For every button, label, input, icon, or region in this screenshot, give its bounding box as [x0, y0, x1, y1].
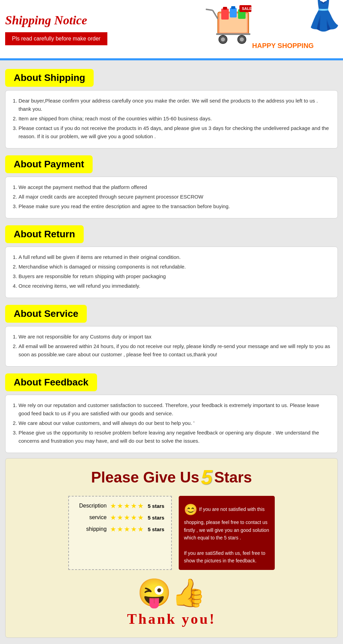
list-item: All major credit cards are accepted thro… — [19, 193, 331, 201]
thank-you-text: Thank you! — [12, 611, 331, 627]
title-suffix: Stars — [214, 469, 252, 486]
list-item: Please contact us if you do not receive … — [19, 124, 331, 141]
svg-point-13 — [221, 37, 225, 41]
shipping-title: About Shipping — [14, 72, 85, 83]
shopping-cart-icon: SALE — [202, 2, 257, 50]
list-item: All email will be answered within 24 hou… — [19, 342, 331, 359]
list-item: Dear buyer,Please confirm your address c… — [19, 97, 331, 113]
return-header: About Return — [5, 225, 84, 243]
service-box: We are not responsible for any Customs d… — [5, 326, 338, 367]
return-list: A full refund will be given if items are… — [19, 253, 331, 290]
rating-label-shipping: shipping — [76, 526, 107, 532]
five-number: 5 — [201, 465, 212, 489]
feedback-header: About Feedback — [5, 373, 97, 391]
rating-label-service: service — [76, 514, 107, 521]
page-content: About Shipping Dear buyer,Please confirm… — [0, 60, 343, 641]
stars-shipping: ★★★★★ — [110, 525, 144, 533]
svg-point-15 — [240, 37, 244, 41]
svg-rect-11 — [216, 33, 250, 35]
stars-rating-area: Description ★★★★★ 5 stars service ★★★★★ … — [12, 496, 331, 570]
svg-rect-5 — [231, 6, 235, 9]
list-item: We are not responsible for any Customs d… — [19, 333, 331, 341]
svg-rect-3 — [223, 7, 227, 10]
header: Shipping Notice Pls read carefully befor… — [0, 0, 343, 58]
woman-figure: 👗 — [302, 0, 343, 58]
list-item: We accept the payment method that the pl… — [19, 183, 331, 191]
svg-rect-4 — [230, 8, 237, 17]
payment-box: We accept the payment method that the pl… — [5, 177, 338, 218]
feedback-list: We rely on our reputation and customer s… — [19, 401, 331, 445]
stars-description: ★★★★★ — [110, 502, 144, 510]
list-item: Once receiving items, we will refund you… — [19, 282, 331, 290]
payment-list: We accept the payment method that the pl… — [19, 183, 331, 211]
shipping-box: Dear buyer,Please confirm your address c… — [5, 90, 338, 148]
rating-row-service: service ★★★★★ 5 stars — [76, 513, 164, 522]
five-stars-title: Please Give Us 5 Stars — [12, 465, 331, 489]
shipping-header: About Shipping — [5, 69, 94, 87]
feedback-title: About Feedback — [14, 377, 88, 388]
shipping-list: Dear buyer,Please confirm your address c… — [19, 97, 331, 141]
stars-text-service: 5 stars — [148, 515, 164, 521]
return-title: About Return — [14, 229, 75, 240]
list-item: We rely on our reputation and customer s… — [19, 401, 331, 418]
smiley-icon: 😊 — [184, 503, 198, 516]
rating-row-description: Description ★★★★★ 5 stars — [76, 502, 164, 510]
list-item: Buyers are responsible for return shippi… — [19, 272, 331, 281]
svg-rect-2 — [221, 9, 229, 20]
header-subtitle: Pls read carefully before make order — [5, 32, 107, 45]
feedback-box: We rely on our reputation and customer s… — [5, 395, 338, 453]
svg-text:SALE: SALE — [242, 7, 252, 11]
list-item: Please make sure you read the entire des… — [19, 202, 331, 211]
stars-text-shipping: 5 stars — [148, 526, 164, 532]
service-title: About Service — [14, 308, 78, 319]
rating-row-shipping: shipping ★★★★★ 5 stars — [76, 525, 164, 533]
stars-service: ★★★★★ — [110, 513, 144, 522]
service-header: About Service — [5, 305, 87, 323]
list-item: A full refund will be given if items are… — [19, 253, 331, 261]
payment-title: About Payment — [14, 159, 84, 170]
list-item: Item are shipped from china; reach most … — [19, 115, 331, 123]
header-right: SALE HAPPY SHOPPING 👗 — [199, 0, 343, 58]
list-item: Merchandise which is damaged or missing … — [19, 263, 331, 271]
five-stars-section: Please Give Us 5 Stars Description ★★★★★… — [5, 458, 338, 638]
return-box: A full refund will be given if items are… — [5, 247, 338, 298]
svg-line-10 — [206, 9, 213, 10]
rating-label-description: Description — [76, 503, 107, 509]
payment-header: About Payment — [5, 155, 93, 173]
thumbs-up-emoji: 😜👍 — [12, 577, 331, 609]
list-item: Please give us the opportunity to resolv… — [19, 429, 331, 445]
service-list: We are not responsible for any Customs d… — [19, 333, 331, 359]
title-prefix: Please Give Us — [91, 469, 200, 486]
contact-box: 😊 If you are not satisfied with this sho… — [179, 496, 275, 570]
stars-text-description: 5 stars — [148, 503, 164, 509]
list-item: We care about our value customers, and w… — [19, 419, 331, 427]
rating-table: Description ★★★★★ 5 stars service ★★★★★ … — [68, 496, 172, 570]
